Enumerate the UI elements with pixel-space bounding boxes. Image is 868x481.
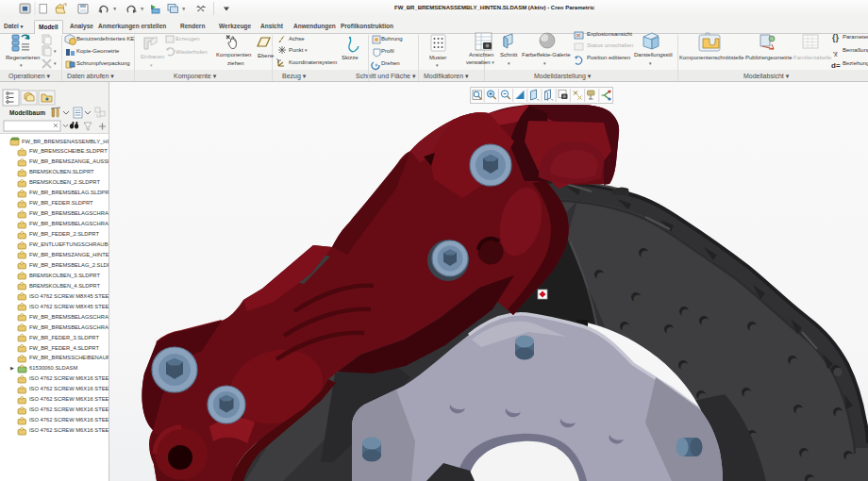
svg-text:x: x — [834, 51, 838, 58]
svg-text:Modellbaum: Modellbaum — [9, 109, 45, 116]
svg-text:d=: d= — [831, 61, 841, 70]
svg-text:{}: {} — [832, 33, 840, 42]
